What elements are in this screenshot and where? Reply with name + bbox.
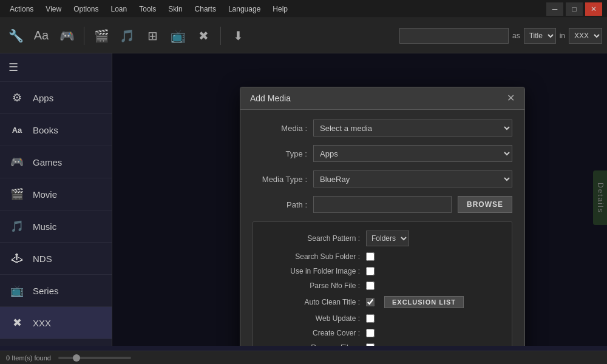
media-label: Media : [253,124,307,133]
menu-skin[interactable]: Skin [163,4,187,15]
menu-bar: Actions View Options Loan Tools Skin Cha… [5,4,293,15]
apps-icon: ⚙ [8,89,25,106]
status-text: 0 Item(s) found [6,354,51,362]
use-folder-image-label: Use in Folder Image : [263,267,360,275]
search-input[interactable] [399,28,509,44]
add-media-modal: Add Media ✕ Media : Select a media Type … [240,87,525,346]
menu-options[interactable]: Options [69,4,103,15]
status-slider[interactable] [58,357,131,359]
use-folder-image-row: Use in Folder Image : [263,267,502,275]
create-cover-checkbox[interactable] [366,329,375,337]
sidebar-item-xxx[interactable]: ✖ XXX [0,307,112,339]
sidebar-label-books: Books [33,125,58,135]
maximize-button[interactable]: □ [566,2,583,16]
menu-actions[interactable]: Actions [5,4,38,15]
modal-title: Add Media [250,93,291,103]
games-icon: 🎮 [8,153,25,170]
music-icon: 🎵 [8,218,25,235]
sidebar-item-music[interactable]: 🎵 Music [0,211,112,243]
sidebar-label-apps: Apps [33,93,53,103]
sidebar-label-nds: NDS [33,254,52,264]
auto-clean-title-label: Auto Clean Title : [263,298,360,306]
rename-files-row: Rename Files : [263,343,502,346]
auto-clean-title-checkbox[interactable] [366,298,375,306]
download-icon[interactable]: ⬇ [227,25,249,47]
search-as-label: as [512,32,520,40]
sidebar-label-music: Music [33,221,56,232]
media-type-label: Media Type : [253,175,307,184]
path-label: Path : [253,200,307,209]
search-sub-folder-row: Search Sub Folder : [263,252,502,261]
sidebar-label-games: Games [33,157,62,167]
books-icon: Aa [8,121,25,138]
sidebar-item-movie[interactable]: 🎬 Movie [0,178,112,211]
sidebar-item-apps[interactable]: ⚙ Apps [0,82,112,114]
parse-nfo-label: Parse Nfo File : [263,281,360,290]
type-select[interactable]: Apps Books Games Movie Music NDS Series … [313,145,512,162]
sidebar-menu-button[interactable]: ☰ [0,53,112,82]
nds-icon: 🕹 [8,250,25,267]
close-button[interactable]: ✕ [585,2,602,16]
sidebar-item-games[interactable]: 🎮 Games [0,146,112,178]
menu-charts[interactable]: Charts [190,4,221,15]
parse-nfo-checkbox[interactable] [366,281,375,290]
web-update-label: Web Update : [263,314,360,323]
gamepad-icon[interactable]: 🎮 [56,25,78,47]
rename-files-checkbox[interactable] [366,343,375,346]
tv-icon[interactable]: 📺 [167,25,189,47]
modal-overlay: Add Media ✕ Media : Select a media Type … [112,53,607,346]
window-controls: ─ □ ✕ [546,2,602,16]
sidebar-item-nds[interactable]: 🕹 NDS [0,243,112,275]
search-in-label: in [560,32,565,40]
auto-clean-title-row: Auto Clean Title : EXCLUSION LIST [263,296,502,308]
use-folder-image-checkbox[interactable] [366,267,375,275]
modal-close-button[interactable]: ✕ [507,93,515,103]
main-layout: ☰ ⚙ Apps Aa Books 🎮 Games 🎬 Movie 🎵 Musi… [0,53,607,346]
menu-loan[interactable]: Loan [106,4,132,15]
parse-nfo-row: Parse Nfo File : [263,281,502,290]
menu-tools[interactable]: Tools [134,4,161,15]
exclusion-list-button[interactable]: EXCLUSION LIST [384,296,464,308]
grid-icon[interactable]: ⊞ [141,25,163,47]
browse-button[interactable]: BROWSE [458,196,512,213]
web-update-checkbox[interactable] [366,314,375,323]
toolbar-sep-2 [220,27,221,45]
menu-view[interactable]: View [41,4,66,15]
menu-language[interactable]: Language [223,4,265,15]
minimize-button[interactable]: ─ [546,2,563,16]
search-in-select[interactable]: XXX [569,28,602,44]
media-field-row: Media : Select a media [253,120,512,136]
search-pattern-select[interactable]: Folders Files [366,231,409,246]
xxx-icon[interactable]: ✖ [192,25,214,47]
music-note-icon[interactable]: 🎵 [116,25,138,47]
modal-body: Media : Select a media Type : Apps Books… [240,110,524,346]
text-icon[interactable]: Aa [30,25,52,47]
menu-help[interactable]: Help [268,4,293,15]
series-icon: 📺 [8,282,25,299]
search-sub-folder-checkbox[interactable] [366,252,375,261]
sidebar: ☰ ⚙ Apps Aa Books 🎮 Games 🎬 Movie 🎵 Musi… [0,53,112,346]
type-label: Type : [253,149,307,158]
toolbar-sep-1 [84,27,84,45]
media-type-select[interactable]: BlueRay DVD VCD HD [313,170,512,187]
create-cover-label: Create Cover : [263,329,360,337]
search-pattern-row: Search Pattern : Folders Files [263,231,502,246]
sidebar-label-movie: Movie [33,189,57,200]
web-update-row: Web Update : [263,314,502,323]
xxx-sidebar-icon: ✖ [8,314,25,331]
media-select[interactable]: Select a media [313,120,512,136]
search-field-select[interactable]: Title [524,28,556,44]
search-pattern-label: Search Pattern : [263,234,360,243]
path-input[interactable] [313,196,452,213]
tools-icon[interactable]: 🔧 [5,25,27,47]
create-cover-row: Create Cover : [263,329,502,337]
slider-thumb [73,354,80,362]
media-type-field-row: Media Type : BlueRay DVD VCD HD [253,170,512,187]
type-field-row: Type : Apps Books Games Movie Music NDS … [253,145,512,162]
content-area: t with your ions -> Add ne top left. You… [112,53,607,346]
film-icon[interactable]: 🎬 [90,25,112,47]
rename-files-label: Rename Files : [263,343,360,346]
sidebar-item-series[interactable]: 📺 Series [0,275,112,307]
toolbar-search: as Title in XXX [399,28,602,44]
sidebar-item-books[interactable]: Aa Books [0,114,112,146]
